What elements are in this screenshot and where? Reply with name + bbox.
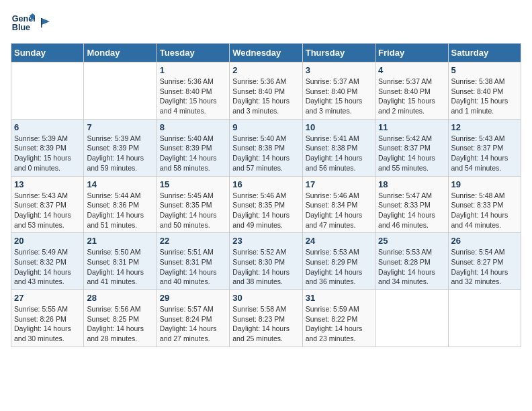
calendar-header-monday: Monday [84,44,157,62]
day-info: Sunrise: 5:43 AMSunset: 8:37 PMDaylight:… [451,134,518,173]
calendar-week-4: 20Sunrise: 5:49 AMSunset: 8:32 PMDayligh… [11,233,521,290]
calendar-cell [375,290,448,347]
day-info: Sunrise: 5:52 AMSunset: 8:30 PMDaylight:… [232,247,299,287]
day-info: Sunrise: 5:47 AMSunset: 8:33 PMDaylight:… [378,191,445,230]
calendar-cell: 17Sunrise: 5:46 AMSunset: 8:34 PMDayligh… [302,176,375,233]
day-number: 16 [232,179,299,189]
day-number: 14 [87,179,153,189]
calendar-week-1: 1Sunrise: 5:36 AMSunset: 8:40 PMDaylight… [11,62,521,120]
day-info: Sunrise: 5:59 AMSunset: 8:22 PMDaylight:… [306,304,372,344]
page-header: General Blue [11,11,521,35]
logo: General Blue [11,11,51,35]
day-number: 22 [160,236,226,246]
day-number: 17 [306,179,372,189]
day-info: Sunrise: 5:43 AMSunset: 8:37 PMDaylight:… [14,191,81,230]
calendar-cell: 16Sunrise: 5:46 AMSunset: 8:35 PMDayligh… [230,176,302,233]
calendar-cell [448,290,521,347]
calendar-week-2: 6Sunrise: 5:39 AMSunset: 8:39 PMDaylight… [11,119,521,176]
day-number: 23 [232,236,299,246]
svg-text:Blue: Blue [12,23,30,32]
day-number: 27 [14,293,81,303]
day-info: Sunrise: 5:48 AMSunset: 8:33 PMDaylight:… [451,191,518,230]
day-number: 29 [160,293,226,303]
day-number: 21 [87,236,153,246]
calendar-header-sunday: Sunday [11,44,84,62]
day-info: Sunrise: 5:58 AMSunset: 8:23 PMDaylight:… [232,304,299,344]
day-info: Sunrise: 5:37 AMSunset: 8:40 PMDaylight:… [306,77,372,116]
day-number: 7 [87,122,153,132]
calendar-cell: 23Sunrise: 5:52 AMSunset: 8:30 PMDayligh… [230,233,302,290]
day-number: 25 [378,236,445,246]
day-number: 30 [232,293,299,303]
calendar-header-thursday: Thursday [302,44,375,62]
day-info: Sunrise: 5:45 AMSunset: 8:35 PMDaylight:… [160,191,226,230]
calendar-cell: 31Sunrise: 5:59 AMSunset: 8:22 PMDayligh… [302,290,375,347]
calendar-header-saturday: Saturday [448,44,521,62]
calendar-cell: 12Sunrise: 5:43 AMSunset: 8:37 PMDayligh… [448,119,521,176]
day-info: Sunrise: 5:55 AMSunset: 8:26 PMDaylight:… [14,304,81,344]
day-info: Sunrise: 5:36 AMSunset: 8:40 PMDaylight:… [160,77,226,116]
calendar-cell: 2Sunrise: 5:36 AMSunset: 8:40 PMDaylight… [230,62,302,120]
day-info: Sunrise: 5:37 AMSunset: 8:40 PMDaylight:… [378,77,445,116]
day-info: Sunrise: 5:51 AMSunset: 8:31 PMDaylight:… [160,247,226,287]
calendar-header-wednesday: Wednesday [230,44,302,62]
day-number: 15 [160,179,226,189]
calendar-cell: 3Sunrise: 5:37 AMSunset: 8:40 PMDaylight… [302,62,375,120]
calendar-cell: 26Sunrise: 5:54 AMSunset: 8:27 PMDayligh… [448,233,521,290]
day-info: Sunrise: 5:42 AMSunset: 8:37 PMDaylight:… [378,134,445,173]
svg-marker-3 [42,18,50,25]
day-number: 24 [306,236,372,246]
calendar-cell: 30Sunrise: 5:58 AMSunset: 8:23 PMDayligh… [230,290,302,347]
day-info: Sunrise: 5:40 AMSunset: 8:38 PMDaylight:… [232,134,299,173]
calendar-cell: 4Sunrise: 5:37 AMSunset: 8:40 PMDaylight… [375,62,448,120]
calendar-cell [11,62,84,120]
calendar-table: SundayMondayTuesdayWednesdayThursdayFrid… [11,43,521,347]
day-info: Sunrise: 5:40 AMSunset: 8:39 PMDaylight:… [160,134,226,173]
calendar-cell: 1Sunrise: 5:36 AMSunset: 8:40 PMDaylight… [157,62,229,120]
day-number: 28 [87,293,153,303]
calendar-cell: 9Sunrise: 5:40 AMSunset: 8:38 PMDaylight… [230,119,302,176]
calendar-cell [84,62,157,120]
day-number: 26 [451,236,518,246]
day-info: Sunrise: 5:57 AMSunset: 8:24 PMDaylight:… [160,304,226,344]
calendar-cell: 13Sunrise: 5:43 AMSunset: 8:37 PMDayligh… [11,176,84,233]
day-info: Sunrise: 5:46 AMSunset: 8:35 PMDaylight:… [232,191,299,230]
calendar-cell: 6Sunrise: 5:39 AMSunset: 8:39 PMDaylight… [11,119,84,176]
day-number: 18 [378,179,445,189]
day-number: 8 [160,122,226,132]
day-info: Sunrise: 5:41 AMSunset: 8:38 PMDaylight:… [306,134,372,173]
calendar-cell: 7Sunrise: 5:39 AMSunset: 8:39 PMDaylight… [84,119,157,176]
day-number: 6 [14,122,81,132]
day-info: Sunrise: 5:39 AMSunset: 8:39 PMDaylight:… [14,134,81,173]
calendar-cell: 27Sunrise: 5:55 AMSunset: 8:26 PMDayligh… [11,290,84,347]
day-info: Sunrise: 5:39 AMSunset: 8:39 PMDaylight:… [87,134,153,173]
calendar-header-friday: Friday [375,44,448,62]
day-number: 4 [378,65,445,75]
calendar-cell: 29Sunrise: 5:57 AMSunset: 8:24 PMDayligh… [157,290,229,347]
calendar-cell: 5Sunrise: 5:38 AMSunset: 8:40 PMDaylight… [448,62,521,120]
day-number: 2 [232,65,299,75]
calendar-cell: 24Sunrise: 5:53 AMSunset: 8:29 PMDayligh… [302,233,375,290]
day-info: Sunrise: 5:50 AMSunset: 8:31 PMDaylight:… [87,247,153,287]
calendar-cell: 20Sunrise: 5:49 AMSunset: 8:32 PMDayligh… [11,233,84,290]
day-info: Sunrise: 5:38 AMSunset: 8:40 PMDaylight:… [451,77,518,116]
day-info: Sunrise: 5:36 AMSunset: 8:40 PMDaylight:… [232,77,299,116]
day-number: 10 [306,122,372,132]
calendar-body: 1Sunrise: 5:36 AMSunset: 8:40 PMDaylight… [11,62,521,347]
calendar-cell: 22Sunrise: 5:51 AMSunset: 8:31 PMDayligh… [157,233,229,290]
svg-rect-4 [41,18,42,28]
calendar-cell: 14Sunrise: 5:44 AMSunset: 8:36 PMDayligh… [84,176,157,233]
day-number: 11 [378,122,445,132]
calendar-week-5: 27Sunrise: 5:55 AMSunset: 8:26 PMDayligh… [11,290,521,347]
calendar-cell: 10Sunrise: 5:41 AMSunset: 8:38 PMDayligh… [302,119,375,176]
day-info: Sunrise: 5:49 AMSunset: 8:32 PMDaylight:… [14,247,81,287]
day-number: 13 [14,179,81,189]
day-number: 19 [451,179,518,189]
day-info: Sunrise: 5:56 AMSunset: 8:25 PMDaylight:… [87,304,153,344]
calendar-cell: 25Sunrise: 5:53 AMSunset: 8:28 PMDayligh… [375,233,448,290]
day-number: 9 [232,122,299,132]
day-info: Sunrise: 5:53 AMSunset: 8:28 PMDaylight:… [378,247,445,287]
day-info: Sunrise: 5:44 AMSunset: 8:36 PMDaylight:… [87,191,153,230]
calendar-cell: 28Sunrise: 5:56 AMSunset: 8:25 PMDayligh… [84,290,157,347]
day-info: Sunrise: 5:53 AMSunset: 8:29 PMDaylight:… [306,247,372,287]
